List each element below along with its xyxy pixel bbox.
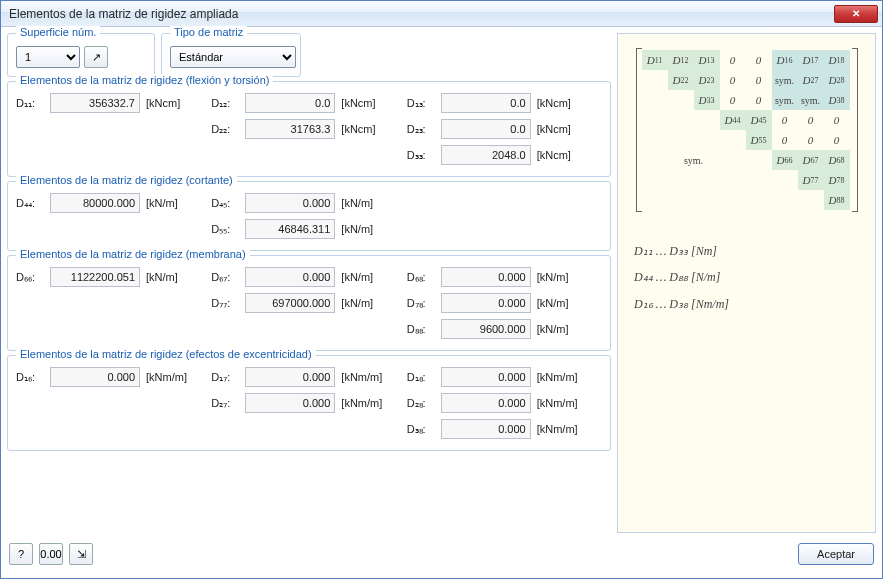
input-d45[interactable] [245,193,335,213]
unit-d55: [kN/m] [339,223,389,235]
input-d44[interactable] [50,193,140,213]
unit-d66: [kN/m] [144,271,194,283]
matrix-type-select[interactable]: Estándar [170,46,296,68]
export-icon: ⇲ [77,548,86,561]
lbl-d18: D₁₈: [407,371,437,384]
lbl-d77: D₇₇: [211,297,241,310]
lbl-d45: D₄₅: [211,197,241,210]
lbl-d78: D₇₈: [407,297,437,310]
unit-d11: [kNcm] [144,97,194,109]
unit-d18: [kNm/m] [535,371,585,383]
window-title: Elementos de la matriz de rigidez amplia… [9,7,834,21]
titlebar: Elementos de la matriz de rigidez amplia… [1,1,882,27]
unit-d77: [kN/m] [339,297,389,309]
unit-d67: [kN/m] [339,271,389,283]
input-d38[interactable] [441,419,531,439]
group-membrane: Elementos de la matriz de rigidez (membr… [7,255,611,351]
unit-d28: [kNm/m] [535,397,585,409]
units-button[interactable]: 0.00 [39,543,63,565]
lbl-d17: D₁₇: [211,371,241,384]
unit-d68: [kN/m] [535,271,585,283]
picker-icon: ↗ [92,51,101,64]
input-d55[interactable] [245,219,335,239]
unit-d12: [kNcm] [339,97,389,109]
input-d18[interactable] [441,367,531,387]
legend-note-3: D₁₆ … D₃₈ [Nm/m] [634,291,867,317]
footer: ? 0.00 ⇲ Aceptar [1,539,882,569]
group-matrix-type: Tipo de matriz Estándar [161,33,301,77]
unit-d17: [kNm/m] [339,371,389,383]
lbl-d88: D₈₈: [407,323,437,336]
input-d16[interactable] [50,367,140,387]
surface-legend: Superficie núm. [16,26,100,38]
lbl-d55: D₅₅: [211,223,241,236]
group-shear: Elementos de la matriz de rigidez (corta… [7,181,611,251]
input-d33[interactable] [441,145,531,165]
lbl-d68: D₆₈: [407,271,437,284]
lbl-d12: D₁₂: [211,97,241,110]
lbl-d13: D₁₃: [407,97,437,110]
unit-d23: [kNcm] [535,123,585,135]
top-row: Superficie núm. 1 ↗ Tipo de matriz Están… [7,33,611,77]
unit-d27: [kNm/m] [339,397,389,409]
unit-d22: [kNcm] [339,123,389,135]
input-d78[interactable] [441,293,531,313]
close-button[interactable]: ✕ [834,5,878,23]
shear-legend: Elementos de la matriz de rigidez (corta… [16,174,237,186]
group-flex: Elementos de la matriz de rigidez (flexi… [7,81,611,177]
legend-note-1: D₁₁ … D₃₃ [Nm] [634,238,867,264]
lbl-d38: D₃₈: [407,423,437,436]
lbl-d28: D₂₈: [407,397,437,410]
units-icon: 0.00 [40,548,61,560]
unit-d16: [kNm/m] [144,371,194,383]
pick-surface-button[interactable]: ↗ [84,46,108,68]
input-d22[interactable] [245,119,335,139]
unit-d13: [kNcm] [535,97,585,109]
unit-d38: [kNm/m] [535,423,585,435]
input-d17[interactable] [245,367,335,387]
lbl-d44: D₄₄: [16,197,46,210]
input-d11[interactable] [50,93,140,113]
input-d68[interactable] [441,267,531,287]
help-icon: ? [18,548,24,560]
input-d66[interactable] [50,267,140,287]
lbl-d16: D₁₆: [16,371,46,384]
legend-note-2: D₄₄ … D₈₈ [N/m] [634,264,867,290]
group-eccentricity: Elementos de la matriz de rigidez (efect… [7,355,611,451]
lbl-d67: D₆₇: [211,271,241,284]
surface-select[interactable]: 1 [16,46,80,68]
input-d67[interactable] [245,267,335,287]
ecc-legend: Elementos de la matriz de rigidez (efect… [16,348,316,360]
lbl-d11: D₁₁: [16,97,46,110]
lbl-d22: D₂₂: [211,123,241,136]
input-d77[interactable] [245,293,335,313]
flex-legend: Elementos de la matriz de rigidez (flexi… [16,74,273,86]
input-d28[interactable] [441,393,531,413]
left-column: Superficie núm. 1 ↗ Tipo de matriz Están… [7,33,611,533]
help-button[interactable]: ? [9,543,33,565]
input-d88[interactable] [441,319,531,339]
lbl-d23: D₂₃: [407,123,437,136]
matrix-preview-panel: D11D12D1300D16D17D18 D22D2300sym.D27D28 … [617,33,876,533]
unit-d44: [kN/m] [144,197,194,209]
membrane-legend: Elementos de la matriz de rigidez (membr… [16,248,250,260]
group-surface: Superficie núm. 1 ↗ [7,33,155,77]
accept-button[interactable]: Aceptar [798,543,874,565]
matrix-diagram: D11D12D1300D16D17D18 D22D2300sym.D27D28 … [636,48,858,212]
lbl-d33: D₃₃: [407,149,437,162]
export-button[interactable]: ⇲ [69,543,93,565]
input-d13[interactable] [441,93,531,113]
bracket-left-icon [636,48,642,212]
unit-d45: [kN/m] [339,197,389,209]
lbl-d66: D₆₆: [16,271,46,284]
unit-d33: [kNcm] [535,149,585,161]
close-icon: ✕ [852,8,860,19]
unit-d78: [kN/m] [535,297,585,309]
lbl-d27: D₂₇: [211,397,241,410]
input-d23[interactable] [441,119,531,139]
input-d27[interactable] [245,393,335,413]
input-d12[interactable] [245,93,335,113]
content-area: Superficie núm. 1 ↗ Tipo de matriz Están… [1,27,882,539]
matrix-type-legend: Tipo de matriz [170,26,247,38]
unit-d88: [kN/m] [535,323,585,335]
